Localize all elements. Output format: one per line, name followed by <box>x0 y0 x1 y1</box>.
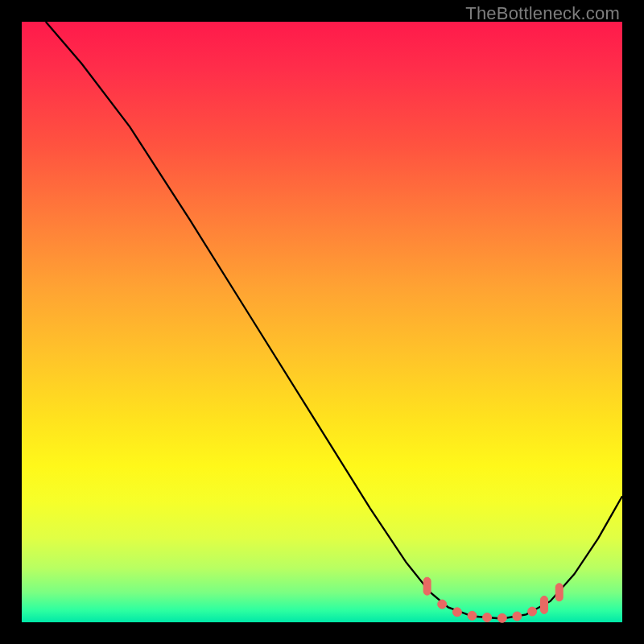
curve-marker <box>438 600 447 609</box>
curve-marker <box>423 577 431 595</box>
curve-marker <box>528 607 537 616</box>
curve-marker <box>452 608 461 617</box>
curve-marker <box>497 613 506 622</box>
curve-marker <box>468 611 477 620</box>
curve-layer <box>22 22 622 622</box>
bottleneck-curve <box>46 22 622 619</box>
curve-marker <box>555 584 563 601</box>
curve-marker <box>541 596 548 613</box>
curve-marker <box>483 613 492 622</box>
chart-frame: TheBottleneck.com <box>0 0 644 644</box>
marker-group <box>423 577 563 622</box>
curve-marker <box>513 612 522 621</box>
plot-area <box>22 22 622 622</box>
